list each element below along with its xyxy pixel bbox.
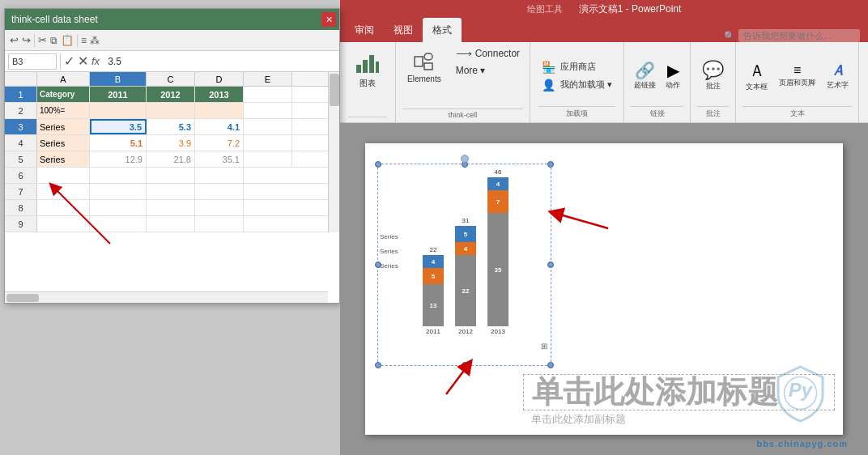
copy-icon[interactable]: ⧉ xyxy=(50,35,57,46)
cell-d8[interactable] xyxy=(195,200,244,215)
col-header-e[interactable]: E xyxy=(244,72,292,86)
cell-a1[interactable]: Category xyxy=(37,87,90,102)
more-button[interactable]: More ▾ xyxy=(453,63,523,78)
tab-review[interactable]: 审阅 xyxy=(345,18,384,42)
paste-icon[interactable]: 📋 xyxy=(61,34,74,46)
cell-d1[interactable]: 2013 xyxy=(195,87,244,102)
connector-button[interactable]: ⟶ Connector xyxy=(453,45,523,62)
tab-view[interactable]: 视图 xyxy=(384,18,423,42)
cell-d7[interactable] xyxy=(195,184,244,199)
elements-button[interactable]: Elements xyxy=(402,45,446,87)
cell-b3[interactable]: 3.5 xyxy=(90,119,147,134)
chart-button[interactable]: 图表 xyxy=(348,45,387,115)
cross-icon[interactable]: ✕ xyxy=(78,53,88,69)
slide-title-text[interactable]: 单击此处添加标题 xyxy=(532,372,778,413)
format-icon[interactable]: ⁂ xyxy=(90,35,100,46)
cell-b7[interactable] xyxy=(90,184,147,199)
cell-d5[interactable]: 35.1 xyxy=(195,151,244,167)
cell-b1[interactable]: 2011 xyxy=(90,87,147,102)
cell-d3[interactable]: 4.1 xyxy=(195,119,244,134)
cell-b5[interactable]: 12.9 xyxy=(90,151,147,167)
cut-icon[interactable]: ✂ xyxy=(38,34,47,46)
cell-d6[interactable] xyxy=(195,168,244,183)
cell-a9[interactable] xyxy=(37,216,90,232)
svg-rect-1 xyxy=(363,60,368,73)
cell-c1[interactable]: 2012 xyxy=(147,87,195,102)
cell-e2[interactable] xyxy=(244,103,292,118)
cell-a5[interactable]: Series xyxy=(37,151,90,167)
app-store-button[interactable]: 🏪 应用商店 xyxy=(538,59,615,75)
sheet-scrollbar-v[interactable] xyxy=(328,72,339,232)
cell-a6[interactable] xyxy=(37,168,90,183)
row-header-8[interactable]: 8 xyxy=(5,200,37,215)
scroll-thumb-v[interactable] xyxy=(330,74,339,106)
handle-br[interactable] xyxy=(547,362,554,368)
cell-e9[interactable] xyxy=(244,216,292,232)
undo-icon[interactable]: ↩ xyxy=(10,34,19,46)
cell-c6[interactable] xyxy=(147,168,195,183)
row-header-2[interactable]: 2 xyxy=(5,103,37,118)
handle-bm[interactable] xyxy=(462,362,468,368)
x-label-2013: 2013 xyxy=(487,328,508,335)
handle-bl[interactable] xyxy=(375,362,381,368)
cell-e5[interactable] xyxy=(244,151,292,167)
row-header-6[interactable]: 6 xyxy=(5,168,37,183)
redo-icon[interactable]: ↪ xyxy=(22,34,31,46)
scroll-thumb-h[interactable] xyxy=(6,294,39,302)
cell-e4[interactable] xyxy=(244,135,292,151)
sheet-close-btn[interactable]: ✕ xyxy=(321,12,336,27)
row-header-9[interactable]: 9 xyxy=(5,216,37,232)
cell-c3[interactable]: 5.3 xyxy=(147,119,195,134)
cell-c9[interactable] xyxy=(147,216,195,232)
cell-c4[interactable]: 3.9 xyxy=(147,135,195,151)
cell-d4[interactable]: 7.2 xyxy=(195,135,244,151)
sheet-scrollbar-h[interactable] xyxy=(5,291,328,303)
cell-b6[interactable] xyxy=(90,168,147,183)
row-header-7[interactable]: 7 xyxy=(5,184,37,199)
hyperlink-button[interactable]: 🔗 超链接 xyxy=(631,59,659,92)
cell-e3[interactable] xyxy=(244,119,292,134)
row-header-1[interactable]: 1 xyxy=(5,87,37,102)
cell-e6[interactable] xyxy=(244,168,292,183)
action-button[interactable]: ▶ 动作 xyxy=(662,59,683,92)
cell-c8[interactable] xyxy=(147,200,195,215)
my-addin-button[interactable]: 👤 我的加载项 ▾ xyxy=(538,77,615,93)
cell-b2[interactable] xyxy=(90,103,147,118)
header-footer-button[interactable]: ≡ 页眉和页脚 xyxy=(776,62,819,90)
comment-button[interactable]: 💬 批注 xyxy=(697,58,729,93)
col-header-d[interactable]: D xyxy=(195,72,244,86)
tab-format[interactable]: 格式 xyxy=(423,18,462,42)
cell-a3[interactable]: Series xyxy=(37,119,90,134)
col-header-c[interactable]: C xyxy=(147,72,195,86)
cell-d2[interactable] xyxy=(195,103,244,118)
row-header-3[interactable]: 3 xyxy=(5,119,37,134)
row-header-5[interactable]: 5 xyxy=(5,151,37,167)
col-header-b[interactable]: B xyxy=(90,72,147,86)
cell-a8[interactable] xyxy=(37,200,90,215)
cell-b9[interactable] xyxy=(90,216,147,232)
cell-b4[interactable]: 5.1 xyxy=(90,135,147,151)
col-header-a[interactable]: A xyxy=(37,72,90,86)
slide[interactable]: Series Series Series 22 4 5 13 31 5 4 22 xyxy=(365,143,843,435)
cell-c2[interactable] xyxy=(147,103,195,118)
cell-c5[interactable]: 21.8 xyxy=(147,151,195,167)
textbox-button[interactable]: Ａ 文本框 xyxy=(742,58,771,94)
chart-container[interactable]: Series Series Series 22 4 5 13 31 5 4 22 xyxy=(377,164,551,366)
cell-a4[interactable]: Series xyxy=(37,135,90,151)
cell-a7[interactable] xyxy=(37,184,90,199)
ribbon-search-input[interactable] xyxy=(738,29,860,42)
cell-a2[interactable]: 100%= xyxy=(37,103,90,118)
cell-c7[interactable] xyxy=(147,184,195,199)
check-icon[interactable]: ✓ xyxy=(64,53,74,69)
align-icon[interactable]: ≡ xyxy=(81,35,87,46)
rotate-handle[interactable] xyxy=(461,155,469,163)
row-header-4[interactable]: 4 xyxy=(5,135,37,151)
data-table-icon[interactable]: ⊞ xyxy=(541,342,547,351)
cell-b8[interactable] xyxy=(90,200,147,215)
cell-e7[interactable] xyxy=(244,184,292,199)
cell-e1[interactable] xyxy=(244,87,292,102)
wordart-button[interactable]: Ａ 艺术字 xyxy=(823,59,852,92)
cell-e8[interactable] xyxy=(244,200,292,215)
slide-subtitle-text[interactable]: 单击此处添加副标题 xyxy=(531,412,626,427)
cell-d9[interactable] xyxy=(195,216,244,232)
